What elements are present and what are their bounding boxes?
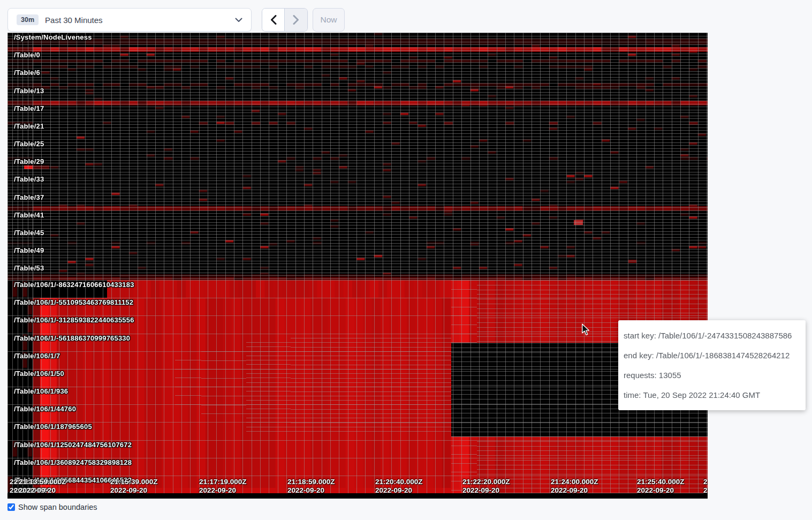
hover-tooltip: start key: /Table/106/1/-247433150824388… — [618, 320, 806, 410]
now-button[interactable]: Now — [313, 8, 345, 32]
time-range-dropdown[interactable]: 30m Past 30 Minutes — [7, 8, 252, 32]
tooltip-requests: requests: 13055 — [624, 365, 800, 385]
previous-time-button[interactable] — [262, 9, 285, 31]
show-span-boundaries-checkbox[interactable] — [7, 503, 15, 511]
tooltip-time: time: Tue, 20 Sep 2022 21:24:40 GMT — [624, 385, 800, 405]
tooltip-start-key: start key: /Table/106/1/-247433150824388… — [624, 326, 800, 345]
chevron-down-icon — [235, 18, 242, 22]
time-range-badge: 30m — [17, 14, 39, 26]
time-range-label: Past 30 Minutes — [45, 16, 229, 25]
mouse-cursor-icon — [581, 323, 590, 336]
chevron-left-icon — [270, 15, 277, 25]
span-boundaries-control: Show span boundaries — [7, 503, 97, 511]
show-span-boundaries-label: Show span boundaries — [18, 503, 97, 511]
chevron-right-icon — [293, 15, 299, 25]
time-nav-button-group — [262, 8, 308, 32]
tooltip-end-key: end key: /Table/106/1/-18683814745282642… — [624, 345, 800, 365]
keyvisualizer-heatmap-canvas[interactable] — [7, 33, 708, 499]
key-visualizer: /System/NodeLiveness/Table/0/Table/6/Tab… — [7, 33, 708, 499]
next-time-button[interactable] — [285, 9, 307, 31]
